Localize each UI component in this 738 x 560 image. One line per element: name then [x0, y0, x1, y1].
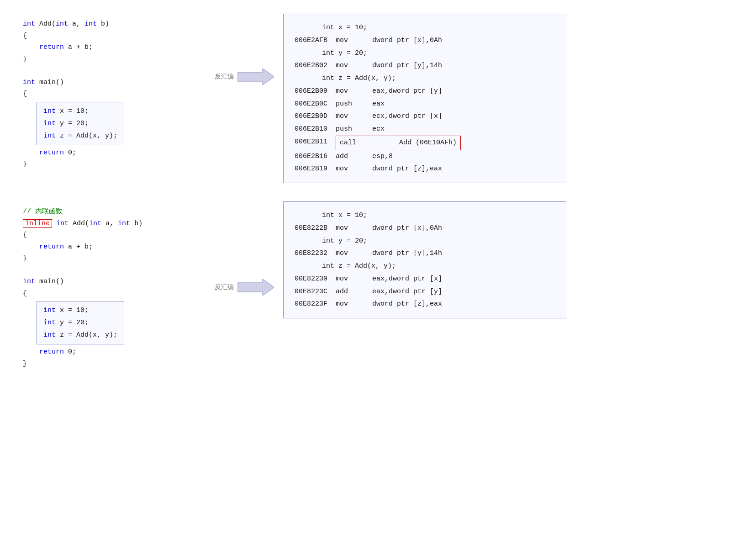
asm-operand: eax,dword ptr [x] — [372, 273, 442, 285]
asm-line: 00E8222B mov dword ptr [x],0Ah — [295, 222, 555, 235]
section2: // 内联函数 inline int Add(int a, int b) { r… — [14, 201, 724, 374]
asm-mnem: mov — [336, 222, 372, 235]
asm-operand: eax — [372, 98, 385, 111]
code-line: } — [23, 53, 196, 65]
asm-addr: 006E2B09 — [295, 85, 336, 98]
asm-line: 006E2B16 add esp,8 — [295, 150, 555, 163]
asm-mnem: mov — [336, 85, 372, 98]
code-line: return a + b; — [23, 42, 196, 53]
keyword-return: return — [39, 43, 64, 51]
code-line: } — [23, 358, 196, 370]
asm-line: 006E2AFB mov dword ptr [x],0Ah — [295, 34, 555, 47]
code-line: return 0; — [23, 346, 196, 358]
asm-line: int x = 10; — [295, 21, 555, 34]
code-line: return 0; — [23, 147, 196, 159]
code-panel-2: // 内联函数 inline int Add(int a, int b) { r… — [14, 201, 206, 374]
code-line: return a + b; — [23, 241, 196, 253]
code-line: int main() — [23, 77, 196, 89]
code-line: { — [23, 229, 196, 241]
arrow-area-1: 反汇编 — [206, 14, 283, 85]
inner-code-line: int x = 10; — [43, 304, 117, 317]
asm-operand: esp,8 — [372, 150, 393, 163]
asm-line: int z = Add(x, y); — [295, 72, 555, 85]
asm-operand: eax,dword ptr [y] — [372, 285, 442, 298]
asm-mnem: mov — [336, 298, 372, 311]
comment-text: // 内联函数 — [23, 208, 63, 216]
asm-mnem: push — [336, 123, 372, 136]
inner-code-line: int z = Add(x, y); — [43, 130, 117, 142]
asm-addr: 00E82232 — [295, 247, 336, 260]
asm-mnem: mov — [336, 59, 372, 72]
asm-line: 006E2B0C push eax — [295, 98, 555, 111]
asm-addr: 00E8222B — [295, 222, 336, 235]
code-line: } — [23, 158, 196, 170]
asm-line: 006E2B09 mov eax,dword ptr [y] — [295, 85, 555, 98]
asm-operand: dword ptr [y],14h — [372, 59, 442, 72]
asm-operand: dword ptr [x],0Ah — [372, 34, 442, 47]
code-text3: b) — [130, 220, 142, 227]
keyword-int: int — [56, 220, 69, 227]
asm-addr: 00E8223F — [295, 298, 336, 311]
keyword-return2: return — [39, 149, 64, 157]
code-line — [23, 264, 196, 276]
keyword-int2: int — [89, 220, 101, 227]
inner-code-box: int x = 10; int y = 20; int z = Add(x, y… — [37, 102, 124, 145]
keyword-int3: int — [84, 20, 97, 28]
arrow-area-2: 反汇编 — [206, 201, 283, 296]
code-text3: b) — [97, 20, 109, 28]
asm-operand-call: Add (06E10AFh) — [399, 137, 457, 149]
asm-mnem: mov — [336, 110, 372, 123]
asm-line: int z = Add(x, y); — [295, 260, 555, 273]
code-text2: a, — [68, 20, 84, 28]
asm-line: int y = 20; — [295, 235, 555, 248]
asm-line: 006E2B0D mov ecx,dword ptr [x] — [295, 110, 555, 123]
asm-operand: dword ptr [z],eax — [372, 163, 442, 175]
code-text: Add( — [73, 220, 89, 227]
asm-panel-1: int x = 10; 006E2AFB mov dword ptr [x],0… — [283, 14, 566, 183]
inner-code-line: int z = Add(x, y); — [43, 329, 117, 341]
asm-addr: 00E82239 — [295, 273, 336, 285]
asm-addr: 00E8223C — [295, 285, 336, 298]
inner-box-container: int x = 10; int y = 20; int z = Add(x, y… — [23, 100, 196, 147]
arrow-icon-2 — [237, 279, 274, 296]
asm-operand: ecx — [372, 123, 385, 136]
inner-code-box2: int x = 10; int y = 20; int z = Add(x, y… — [37, 301, 124, 344]
code-line — [23, 65, 196, 77]
asm-addr: 006E2AFB — [295, 34, 336, 47]
code-line: } — [23, 253, 196, 264]
asm-addr: 006E2B0D — [295, 110, 336, 123]
asm-operand: ecx,dword ptr [x] — [372, 110, 442, 123]
inner-code-line: int x = 10; — [43, 105, 117, 117]
keyword-int: int — [23, 20, 35, 28]
section1: int Add(int a, int b) { return a + b; } … — [14, 14, 724, 183]
asm-line: 00E8223F mov dword ptr [z],eax — [295, 298, 555, 311]
arrow-label-2: 反汇编 — [215, 283, 234, 291]
asm-addr: 006E2B0C — [295, 98, 336, 111]
asm-line: int y = 20; — [295, 47, 555, 60]
asm-operand: dword ptr [x],0Ah — [372, 222, 442, 235]
asm-mnem: mov — [336, 247, 372, 260]
asm-line: 006E2B02 mov dword ptr [y],14h — [295, 59, 555, 72]
asm-mnem: add — [336, 150, 372, 163]
main-container: int Add(int a, int b) { return a + b; } … — [14, 14, 724, 374]
asm-panel-2: int x = 10; 00E8222B mov dword ptr [x],0… — [283, 201, 566, 318]
asm-addr: 006E2B16 — [295, 150, 336, 163]
code-text2: a, — [101, 220, 118, 227]
asm-addr: 006E2B10 — [295, 123, 336, 136]
asm-line: int x = 10; — [295, 209, 555, 222]
asm-line: 00E82239 mov eax,dword ptr [x] — [295, 273, 555, 285]
asm-operand: dword ptr [z],eax — [372, 298, 442, 311]
svg-marker-1 — [237, 279, 274, 296]
keyword-int2: int — [56, 20, 68, 28]
code-text: main() — [39, 278, 64, 285]
keyword-int4: int — [23, 79, 35, 86]
code-line: { — [23, 288, 196, 300]
keyword-int4: int — [23, 278, 35, 285]
code-line: inline int Add(int a, int b) — [23, 218, 196, 230]
keyword-return2: return — [39, 348, 64, 356]
asm-line: 00E8223C add eax,dword ptr [y] — [295, 285, 555, 298]
asm-line: 006E2B19 mov dword ptr [z],eax — [295, 163, 555, 175]
code-panel-1: int Add(int a, int b) { return a + b; } … — [14, 14, 206, 175]
code-text: main() — [39, 79, 64, 86]
code-line: int main() — [23, 276, 196, 288]
